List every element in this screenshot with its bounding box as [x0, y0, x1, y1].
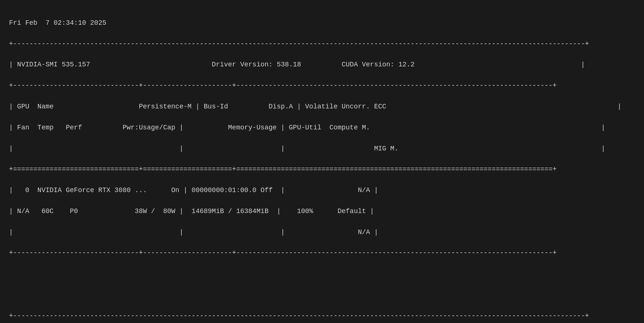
header-eq-border: +===============================+=======… [9, 164, 635, 175]
bottom-border: +-------------------------------+-------… [9, 248, 635, 258]
blank-line [9, 269, 635, 279]
header-border-mid: +-------------------------------+-------… [9, 81, 635, 91]
timestamp-line: Fri Feb 7 02:34:10 2025 [9, 18, 635, 29]
blank-line-2 [9, 290, 635, 300]
gpu0-row1: | 0 NVIDIA GeForce RTX 3080 ... On | 000… [9, 185, 635, 196]
col-header-2: | Fan Temp Perf Pwr:Usage/Cap | Memory-U… [9, 123, 635, 133]
gpu0-row2: | N/A 60C P0 38W / 80W | 14689MiB / 1638… [9, 206, 635, 217]
header-border-top: +---------------------------------------… [9, 39, 635, 50]
smi-line: | NVIDIA-SMI 535.157 Driver Version: 538… [9, 60, 635, 70]
gpu0-row3: | | | N/A | [9, 227, 635, 238]
proc-border-top: +---------------------------------------… [9, 311, 635, 321]
col-header-1: | GPU Name Persistence-M | Bus-Id Disp.A… [9, 102, 635, 112]
col-header-3: | | | MIG M. | [9, 144, 635, 154]
terminal-output: Fri Feb 7 02:34:10 2025 +---------------… [9, 8, 635, 323]
